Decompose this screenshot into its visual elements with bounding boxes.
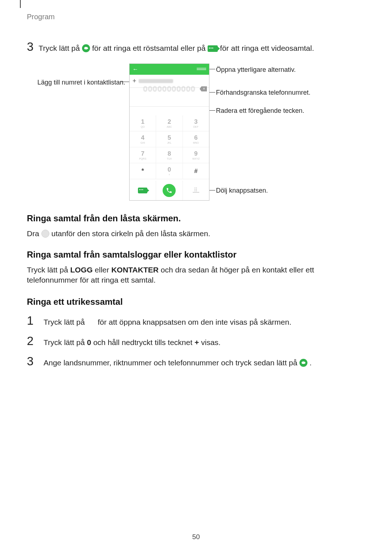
callout-delete: Radera ett föregående tecken. (216, 107, 304, 115)
section-international: Ringa ett utrikessamtal (27, 297, 365, 312)
intl3-pre: Ange landsnummer, riktnummer och telefon… (44, 358, 299, 367)
hide-keypad-button[interactable]: ⠿ (183, 181, 209, 200)
key-7[interactable]: 7PQRS (130, 147, 156, 163)
callout-more-options-text: Öppna ytterligare alternativ. (216, 66, 296, 73)
entered-number: 00000000000 (137, 82, 202, 96)
section-logs-contacts: Ringa samtal från samtalsloggar eller ko… (27, 250, 365, 286)
video-call-icon (208, 45, 218, 52)
step3-text-mid: för att ringa ett röstsamtal eller på (92, 44, 208, 52)
intl-step-3-num: 3 (27, 354, 37, 368)
callout-more-options: Öppna ytterligare alternativ. (216, 66, 296, 74)
step-number-3: 3 (27, 40, 33, 54)
intl-step-2-num: 2 (27, 334, 37, 348)
plus-icon: + (132, 77, 136, 85)
key-4[interactable]: 4GHI (130, 131, 156, 147)
key-9[interactable]: 9WXYZ (183, 147, 209, 163)
body-lockscreen: Dra utanför den stora cirkeln på den lås… (27, 229, 365, 239)
key-2[interactable]: 2ABC (156, 115, 183, 131)
dialer-topbar: ← (130, 64, 209, 75)
international-steps: 1 Tryck lätt på för att öppna knappsatse… (27, 314, 365, 375)
keypad-hide-icon: ⠿ (193, 188, 199, 193)
step3-text-post: för att ringa ett videosamtal. (220, 44, 314, 52)
intl-step-1: 1 Tryck lätt på för att öppna knappsatse… (27, 314, 365, 328)
intl1-post: för att öppna knappsatsen om den inte vi… (98, 318, 291, 326)
step3-text-pre: Tryck lätt på (38, 44, 82, 52)
sec2-logg: LOGG (70, 266, 93, 274)
callout-hide-keypad-text: Dölj knappsatsen. (216, 187, 268, 194)
intl2-plus: + (195, 338, 199, 346)
callout-delete-text: Radera ett föregående tecken. (216, 107, 304, 114)
sec2-kontakter: KONTAKTER (111, 266, 159, 274)
intl-step-3: 3 Ange landsnummer, riktnummer och telef… (27, 354, 365, 368)
drag-circle-icon (41, 230, 49, 238)
key-hash[interactable]: # (183, 163, 209, 179)
sec2-b: eller (93, 266, 111, 274)
page-number: 50 (0, 533, 392, 541)
key-3[interactable]: 3DEF (183, 115, 209, 131)
callout-preview: Förhandsgranska telefonnumret. (216, 89, 310, 97)
section-lockscreen: Ringa samtal från den låsta skärmen. Dra… (27, 213, 365, 239)
entered-number-digits: 00000000000 (143, 85, 196, 93)
voice-call-button[interactable] (156, 181, 183, 200)
video-icon (138, 188, 147, 193)
callout-hide-keypad: Dölj knappsatsen. (216, 187, 268, 194)
key-5[interactable]: 5JKL (156, 131, 183, 147)
callout-add-contact: Lägg till numret i kontaktlistan. (37, 79, 125, 86)
key-1[interactable]: 1QO (130, 115, 156, 131)
sec1-pre: Dra (27, 229, 41, 238)
step-3-line: 3 Tryck lätt på för att ringa ett röstsa… (27, 40, 314, 54)
video-call-button[interactable] (130, 181, 156, 200)
phone-call-icon (299, 359, 307, 367)
intl2-zero: 0 (87, 338, 91, 346)
callout-add-contact-text: Lägg till numret i kontaktlistan. (37, 79, 125, 86)
phone-call-icon (82, 44, 90, 52)
dialer-action-row: ⠿ (130, 181, 209, 200)
dialer-phone-mock: ← + 00000000000 1QO 2ABC 3DEF 4GHI 5JKL … (129, 63, 209, 201)
heading-international: Ringa ett utrikessamtal (27, 297, 365, 307)
intl2-pre: Tryck lätt på (44, 338, 87, 346)
heading-lockscreen: Ringa samtal från den låsta skärmen. (27, 213, 365, 223)
key-8[interactable]: 8TUV (156, 147, 183, 163)
callout-preview-text: Förhandsgranska telefonnumret. (216, 89, 310, 96)
intl2-post: visas. (199, 338, 221, 346)
dialer-figure: Lägg till numret i kontaktlistan. Öppna … (26, 63, 310, 207)
phone-icon (163, 184, 176, 197)
keypad: 1QO 2ABC 3DEF 4GHI 5JKL 6MNO 7PQRS 8TUV … (130, 115, 209, 179)
body-logs-contacts: Tryck lätt på LOGG eller KONTAKTER och d… (27, 265, 365, 286)
top-rule-mark (20, 0, 21, 8)
more-options-icon[interactable] (197, 68, 206, 71)
section-breadcrumb: Program (27, 13, 55, 21)
intl1-pre: Tryck lätt på (44, 318, 87, 326)
intl2-mid: och håll nedtryckt tills tecknet (91, 338, 195, 346)
intl-step-1-num: 1 (27, 314, 37, 328)
back-arrow-icon[interactable]: ← (132, 66, 138, 73)
key-6[interactable]: 6MNO (183, 131, 209, 147)
key-star[interactable]: * (130, 163, 156, 179)
intl-step-2: 2 Tryck lätt på 0 och håll nedtryckt til… (27, 334, 365, 348)
intl3-post: . (310, 358, 312, 367)
heading-logs-contacts: Ringa samtal från samtalsloggar eller ko… (27, 250, 365, 260)
sec1-post: utanför den stora cirkeln på den låsta s… (52, 229, 211, 238)
sec2-a: Tryck lätt på (27, 266, 70, 274)
key-0[interactable]: 0+ (156, 163, 183, 179)
